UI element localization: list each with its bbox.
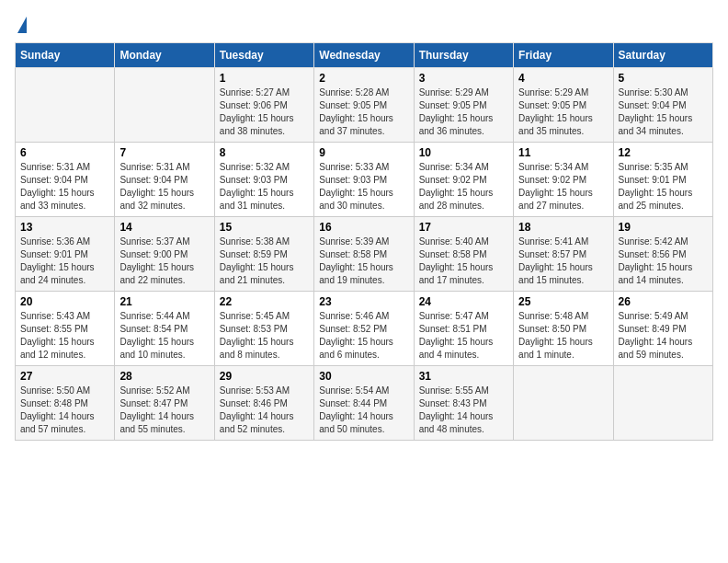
day-info: Sunrise: 5:41 AM Sunset: 8:57 PM Dayligh… <box>518 236 608 287</box>
calendar-cell: 9Sunrise: 5:33 AM Sunset: 9:03 PM Daylig… <box>314 143 414 217</box>
calendar-cell: 1Sunrise: 5:27 AM Sunset: 9:06 PM Daylig… <box>214 68 313 143</box>
calendar-cell: 22Sunrise: 5:45 AM Sunset: 8:53 PM Dayli… <box>214 292 313 366</box>
day-info: Sunrise: 5:27 AM Sunset: 9:06 PM Dayligh… <box>220 86 309 138</box>
day-header-sunday: Sunday <box>16 43 115 68</box>
day-number: 18 <box>518 221 608 234</box>
calendar-cell: 17Sunrise: 5:40 AM Sunset: 8:58 PM Dayli… <box>414 217 513 292</box>
day-number: 10 <box>419 146 508 159</box>
calendar-cell: 31Sunrise: 5:55 AM Sunset: 8:43 PM Dayli… <box>414 366 513 441</box>
calendar-cell: 8Sunrise: 5:32 AM Sunset: 9:03 PM Daylig… <box>214 143 313 217</box>
day-number: 30 <box>319 370 408 383</box>
calendar-week-4: 20Sunrise: 5:43 AM Sunset: 8:55 PM Dayli… <box>16 292 713 366</box>
day-number: 7 <box>119 146 209 159</box>
day-info: Sunrise: 5:43 AM Sunset: 8:55 PM Dayligh… <box>20 310 109 362</box>
day-header-thursday: Thursday <box>414 43 513 68</box>
calendar-header-row: SundayMondayTuesdayWednesdayThursdayFrid… <box>16 43 713 68</box>
calendar-cell: 26Sunrise: 5:49 AM Sunset: 8:49 PM Dayli… <box>613 292 712 366</box>
calendar-cell: 15Sunrise: 5:38 AM Sunset: 8:59 PM Dayli… <box>214 217 313 292</box>
day-info: Sunrise: 5:34 AM Sunset: 9:02 PM Dayligh… <box>518 161 608 213</box>
day-info: Sunrise: 5:29 AM Sunset: 9:05 PM Dayligh… <box>419 86 508 138</box>
day-header-saturday: Saturday <box>613 43 712 68</box>
day-number: 28 <box>119 370 209 383</box>
day-info: Sunrise: 5:30 AM Sunset: 9:04 PM Dayligh… <box>619 86 708 138</box>
day-number: 22 <box>220 295 309 308</box>
day-info: Sunrise: 5:45 AM Sunset: 8:53 PM Dayligh… <box>220 310 309 362</box>
logo-triangle-icon <box>17 17 27 33</box>
calendar-cell: 27Sunrise: 5:50 AM Sunset: 8:48 PM Dayli… <box>16 366 115 441</box>
calendar-cell <box>16 68 115 143</box>
calendar-cell: 6Sunrise: 5:31 AM Sunset: 9:04 PM Daylig… <box>16 143 115 217</box>
calendar-week-5: 27Sunrise: 5:50 AM Sunset: 8:48 PM Dayli… <box>16 366 713 441</box>
calendar-cell: 12Sunrise: 5:35 AM Sunset: 9:01 PM Dayli… <box>613 143 712 217</box>
day-number: 5 <box>619 72 708 85</box>
calendar-cell: 13Sunrise: 5:36 AM Sunset: 9:01 PM Dayli… <box>16 217 115 292</box>
day-number: 11 <box>518 146 608 159</box>
calendar-week-2: 6Sunrise: 5:31 AM Sunset: 9:04 PM Daylig… <box>16 143 713 217</box>
day-info: Sunrise: 5:44 AM Sunset: 8:54 PM Dayligh… <box>119 310 209 362</box>
day-number: 21 <box>119 295 209 308</box>
day-info: Sunrise: 5:31 AM Sunset: 9:04 PM Dayligh… <box>119 161 209 213</box>
day-number: 24 <box>419 295 508 308</box>
day-info: Sunrise: 5:29 AM Sunset: 9:05 PM Dayligh… <box>518 86 608 138</box>
day-info: Sunrise: 5:28 AM Sunset: 9:05 PM Dayligh… <box>319 86 408 138</box>
page-header <box>15 15 713 33</box>
calendar-week-3: 13Sunrise: 5:36 AM Sunset: 9:01 PM Dayli… <box>16 217 713 292</box>
day-info: Sunrise: 5:35 AM Sunset: 9:01 PM Dayligh… <box>619 161 708 213</box>
calendar-cell <box>514 366 613 441</box>
day-number: 26 <box>619 295 708 308</box>
day-info: Sunrise: 5:46 AM Sunset: 8:52 PM Dayligh… <box>319 310 408 362</box>
day-number: 8 <box>220 146 309 159</box>
day-number: 15 <box>220 221 309 234</box>
day-number: 16 <box>319 221 408 234</box>
calendar-cell: 4Sunrise: 5:29 AM Sunset: 9:05 PM Daylig… <box>514 68 613 143</box>
day-info: Sunrise: 5:54 AM Sunset: 8:44 PM Dayligh… <box>319 385 408 436</box>
day-number: 2 <box>319 72 408 85</box>
calendar-cell: 2Sunrise: 5:28 AM Sunset: 9:05 PM Daylig… <box>314 68 414 143</box>
calendar-cell: 5Sunrise: 5:30 AM Sunset: 9:04 PM Daylig… <box>613 68 712 143</box>
day-info: Sunrise: 5:31 AM Sunset: 9:04 PM Dayligh… <box>20 161 109 213</box>
calendar-cell: 19Sunrise: 5:42 AM Sunset: 8:56 PM Dayli… <box>613 217 712 292</box>
calendar-cell: 3Sunrise: 5:29 AM Sunset: 9:05 PM Daylig… <box>414 68 513 143</box>
day-info: Sunrise: 5:48 AM Sunset: 8:50 PM Dayligh… <box>518 310 608 362</box>
calendar-cell: 28Sunrise: 5:52 AM Sunset: 8:47 PM Dayli… <box>115 366 214 441</box>
day-info: Sunrise: 5:34 AM Sunset: 9:02 PM Dayligh… <box>419 161 508 213</box>
day-info: Sunrise: 5:39 AM Sunset: 8:58 PM Dayligh… <box>319 236 408 287</box>
calendar-cell: 29Sunrise: 5:53 AM Sunset: 8:46 PM Dayli… <box>214 366 313 441</box>
day-info: Sunrise: 5:40 AM Sunset: 8:58 PM Dayligh… <box>419 236 508 287</box>
day-number: 3 <box>419 72 508 85</box>
calendar-week-1: 1Sunrise: 5:27 AM Sunset: 9:06 PM Daylig… <box>16 68 713 143</box>
day-info: Sunrise: 5:50 AM Sunset: 8:48 PM Dayligh… <box>20 385 109 436</box>
day-number: 12 <box>619 146 708 159</box>
calendar-table: SundayMondayTuesdayWednesdayThursdayFrid… <box>15 42 713 441</box>
day-number: 17 <box>419 221 508 234</box>
calendar-cell <box>613 366 712 441</box>
calendar-cell: 30Sunrise: 5:54 AM Sunset: 8:44 PM Dayli… <box>314 366 414 441</box>
calendar-cell: 25Sunrise: 5:48 AM Sunset: 8:50 PM Dayli… <box>514 292 613 366</box>
day-info: Sunrise: 5:55 AM Sunset: 8:43 PM Dayligh… <box>419 385 508 436</box>
calendar-cell: 21Sunrise: 5:44 AM Sunset: 8:54 PM Dayli… <box>115 292 214 366</box>
day-number: 31 <box>419 370 508 383</box>
day-info: Sunrise: 5:49 AM Sunset: 8:49 PM Dayligh… <box>619 310 708 362</box>
day-header-friday: Friday <box>514 43 613 68</box>
calendar-cell: 10Sunrise: 5:34 AM Sunset: 9:02 PM Dayli… <box>414 143 513 217</box>
day-info: Sunrise: 5:36 AM Sunset: 9:01 PM Dayligh… <box>20 236 109 287</box>
day-number: 14 <box>119 221 209 234</box>
day-info: Sunrise: 5:52 AM Sunset: 8:47 PM Dayligh… <box>119 385 209 436</box>
day-info: Sunrise: 5:33 AM Sunset: 9:03 PM Dayligh… <box>319 161 408 213</box>
day-number: 4 <box>518 72 608 85</box>
calendar-body: 1Sunrise: 5:27 AM Sunset: 9:06 PM Daylig… <box>16 68 713 441</box>
day-number: 13 <box>20 221 109 234</box>
day-number: 19 <box>619 221 708 234</box>
calendar-cell: 20Sunrise: 5:43 AM Sunset: 8:55 PM Dayli… <box>16 292 115 366</box>
day-info: Sunrise: 5:38 AM Sunset: 8:59 PM Dayligh… <box>220 236 309 287</box>
day-number: 1 <box>220 72 309 85</box>
calendar-cell: 11Sunrise: 5:34 AM Sunset: 9:02 PM Dayli… <box>514 143 613 217</box>
day-info: Sunrise: 5:53 AM Sunset: 8:46 PM Dayligh… <box>220 385 309 436</box>
logo <box>15 15 27 33</box>
day-info: Sunrise: 5:37 AM Sunset: 9:00 PM Dayligh… <box>119 236 209 287</box>
calendar-cell <box>115 68 214 143</box>
calendar-cell: 24Sunrise: 5:47 AM Sunset: 8:51 PM Dayli… <box>414 292 513 366</box>
calendar-cell: 7Sunrise: 5:31 AM Sunset: 9:04 PM Daylig… <box>115 143 214 217</box>
day-number: 9 <box>319 146 408 159</box>
day-header-wednesday: Wednesday <box>314 43 414 68</box>
